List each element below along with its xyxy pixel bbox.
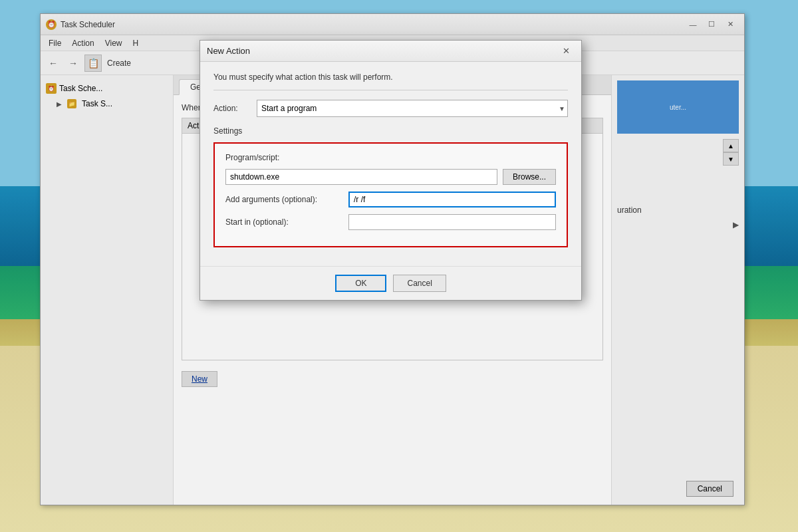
program-script-input[interactable]	[225, 169, 497, 185]
dialog-titlebar: New Action ✕	[200, 41, 581, 62]
dialog-action-row: Action: Start a program Send an e-mail (…	[213, 100, 568, 117]
dialog-body: You must specify what action this task w…	[200, 62, 581, 266]
browse-button[interactable]: Browse...	[503, 169, 556, 185]
add-arguments-label: Add arguments (optional):	[225, 195, 342, 204]
action-label: Action:	[213, 104, 250, 113]
start-in-row: Start in (optional):	[225, 214, 556, 230]
dialog-separator	[213, 90, 568, 90]
cancel-button[interactable]: Cancel	[393, 275, 446, 292]
start-in-label: Start in (optional):	[225, 217, 342, 227]
add-arguments-input[interactable]	[348, 192, 556, 207]
add-arguments-row: Add arguments (optional):	[225, 192, 556, 207]
start-in-input[interactable]	[348, 214, 556, 230]
modal-overlay: New Action ✕ You must specify what actio…	[0, 0, 798, 532]
new-action-dialog: New Action ✕ You must specify what actio…	[200, 40, 582, 301]
settings-section-label: Settings	[213, 126, 568, 136]
program-script-section-label: Program/script:	[225, 153, 556, 162]
dialog-close-button[interactable]: ✕	[557, 45, 575, 58]
program-row: Browse...	[225, 169, 556, 185]
dialog-description: You must specify what action this task w…	[213, 72, 568, 82]
action-select[interactable]: Start a program Send an e-mail (deprecat…	[257, 100, 568, 117]
dialog-title: New Action	[207, 46, 557, 56]
dialog-footer: OK Cancel	[200, 266, 581, 300]
settings-box: Program/script: Browse... Add arguments …	[213, 142, 568, 247]
action-select-wrapper: Start a program Send an e-mail (deprecat…	[257, 100, 568, 117]
ok-button[interactable]: OK	[335, 275, 386, 292]
